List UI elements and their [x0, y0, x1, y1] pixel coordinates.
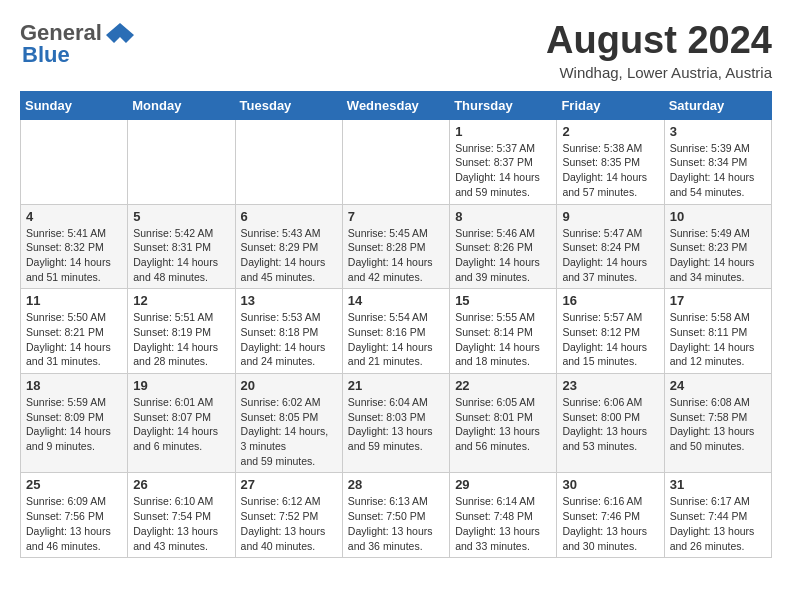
- cell-content: Sunrise: 6:01 AMSunset: 8:07 PMDaylight:…: [133, 395, 229, 454]
- calendar-week-row: 18Sunrise: 5:59 AMSunset: 8:09 PMDayligh…: [21, 374, 772, 473]
- calendar-week-row: 1Sunrise: 5:37 AMSunset: 8:37 PMDaylight…: [21, 119, 772, 204]
- cell-content: Sunrise: 6:02 AMSunset: 8:05 PMDaylight:…: [241, 395, 337, 468]
- day-number: 31: [670, 477, 766, 492]
- calendar-cell: 16Sunrise: 5:57 AMSunset: 8:12 PMDayligh…: [557, 289, 664, 374]
- calendar-cell: 8Sunrise: 5:46 AMSunset: 8:26 PMDaylight…: [450, 204, 557, 289]
- cell-content: Sunrise: 6:10 AMSunset: 7:54 PMDaylight:…: [133, 494, 229, 553]
- logo-blue-text: Blue: [22, 42, 70, 68]
- cell-content: Sunrise: 5:50 AMSunset: 8:21 PMDaylight:…: [26, 310, 122, 369]
- day-number: 28: [348, 477, 444, 492]
- cell-content: Sunrise: 5:57 AMSunset: 8:12 PMDaylight:…: [562, 310, 658, 369]
- calendar-cell: 19Sunrise: 6:01 AMSunset: 8:07 PMDayligh…: [128, 374, 235, 473]
- cell-content: Sunrise: 6:04 AMSunset: 8:03 PMDaylight:…: [348, 395, 444, 454]
- day-of-week-header: Monday: [128, 91, 235, 119]
- cell-content: Sunrise: 6:12 AMSunset: 7:52 PMDaylight:…: [241, 494, 337, 553]
- day-number: 9: [562, 209, 658, 224]
- calendar-cell: 25Sunrise: 6:09 AMSunset: 7:56 PMDayligh…: [21, 473, 128, 558]
- day-number: 6: [241, 209, 337, 224]
- calendar-cell: 10Sunrise: 5:49 AMSunset: 8:23 PMDayligh…: [664, 204, 771, 289]
- day-number: 24: [670, 378, 766, 393]
- day-number: 14: [348, 293, 444, 308]
- cell-content: Sunrise: 6:13 AMSunset: 7:50 PMDaylight:…: [348, 494, 444, 553]
- day-of-week-header: Friday: [557, 91, 664, 119]
- cell-content: Sunrise: 5:41 AMSunset: 8:32 PMDaylight:…: [26, 226, 122, 285]
- cell-content: Sunrise: 6:05 AMSunset: 8:01 PMDaylight:…: [455, 395, 551, 454]
- svg-marker-0: [106, 23, 134, 43]
- cell-content: Sunrise: 6:09 AMSunset: 7:56 PMDaylight:…: [26, 494, 122, 553]
- calendar-cell: 28Sunrise: 6:13 AMSunset: 7:50 PMDayligh…: [342, 473, 449, 558]
- day-number: 30: [562, 477, 658, 492]
- day-number: 26: [133, 477, 229, 492]
- cell-content: Sunrise: 5:49 AMSunset: 8:23 PMDaylight:…: [670, 226, 766, 285]
- day-number: 22: [455, 378, 551, 393]
- calendar-cell: 27Sunrise: 6:12 AMSunset: 7:52 PMDayligh…: [235, 473, 342, 558]
- cell-content: Sunrise: 5:45 AMSunset: 8:28 PMDaylight:…: [348, 226, 444, 285]
- calendar-cell: 11Sunrise: 5:50 AMSunset: 8:21 PMDayligh…: [21, 289, 128, 374]
- day-of-week-header: Thursday: [450, 91, 557, 119]
- calendar-cell: 21Sunrise: 6:04 AMSunset: 8:03 PMDayligh…: [342, 374, 449, 473]
- page-header: General Blue August 2024 Windhag, Lower …: [20, 20, 772, 81]
- calendar-cell: 3Sunrise: 5:39 AMSunset: 8:34 PMDaylight…: [664, 119, 771, 204]
- calendar-cell: 30Sunrise: 6:16 AMSunset: 7:46 PMDayligh…: [557, 473, 664, 558]
- cell-content: Sunrise: 6:16 AMSunset: 7:46 PMDaylight:…: [562, 494, 658, 553]
- day-number: 18: [26, 378, 122, 393]
- day-number: 12: [133, 293, 229, 308]
- cell-content: Sunrise: 5:58 AMSunset: 8:11 PMDaylight:…: [670, 310, 766, 369]
- day-number: 7: [348, 209, 444, 224]
- cell-content: Sunrise: 5:53 AMSunset: 8:18 PMDaylight:…: [241, 310, 337, 369]
- day-of-week-header: Wednesday: [342, 91, 449, 119]
- day-number: 16: [562, 293, 658, 308]
- title-section: August 2024 Windhag, Lower Austria, Aust…: [546, 20, 772, 81]
- calendar-cell: 12Sunrise: 5:51 AMSunset: 8:19 PMDayligh…: [128, 289, 235, 374]
- logo: General Blue: [20, 20, 134, 68]
- calendar-cell: 4Sunrise: 5:41 AMSunset: 8:32 PMDaylight…: [21, 204, 128, 289]
- day-number: 13: [241, 293, 337, 308]
- day-number: 3: [670, 124, 766, 139]
- day-number: 25: [26, 477, 122, 492]
- calendar-cell: 1Sunrise: 5:37 AMSunset: 8:37 PMDaylight…: [450, 119, 557, 204]
- calendar-cell: 6Sunrise: 5:43 AMSunset: 8:29 PMDaylight…: [235, 204, 342, 289]
- day-number: 23: [562, 378, 658, 393]
- calendar-cell: [235, 119, 342, 204]
- calendar-cell: 26Sunrise: 6:10 AMSunset: 7:54 PMDayligh…: [128, 473, 235, 558]
- day-of-week-header: Tuesday: [235, 91, 342, 119]
- calendar-week-row: 4Sunrise: 5:41 AMSunset: 8:32 PMDaylight…: [21, 204, 772, 289]
- month-year-title: August 2024: [546, 20, 772, 62]
- cell-content: Sunrise: 5:43 AMSunset: 8:29 PMDaylight:…: [241, 226, 337, 285]
- cell-content: Sunrise: 6:06 AMSunset: 8:00 PMDaylight:…: [562, 395, 658, 454]
- logo-icon: [106, 23, 134, 43]
- day-number: 19: [133, 378, 229, 393]
- day-number: 10: [670, 209, 766, 224]
- cell-content: Sunrise: 6:14 AMSunset: 7:48 PMDaylight:…: [455, 494, 551, 553]
- day-number: 5: [133, 209, 229, 224]
- calendar-header-row: SundayMondayTuesdayWednesdayThursdayFrid…: [21, 91, 772, 119]
- calendar-cell: 17Sunrise: 5:58 AMSunset: 8:11 PMDayligh…: [664, 289, 771, 374]
- calendar-cell: [21, 119, 128, 204]
- day-number: 20: [241, 378, 337, 393]
- calendar-cell: 9Sunrise: 5:47 AMSunset: 8:24 PMDaylight…: [557, 204, 664, 289]
- cell-content: Sunrise: 6:17 AMSunset: 7:44 PMDaylight:…: [670, 494, 766, 553]
- calendar-cell: 7Sunrise: 5:45 AMSunset: 8:28 PMDaylight…: [342, 204, 449, 289]
- calendar-week-row: 25Sunrise: 6:09 AMSunset: 7:56 PMDayligh…: [21, 473, 772, 558]
- day-number: 2: [562, 124, 658, 139]
- day-number: 21: [348, 378, 444, 393]
- calendar-cell: [342, 119, 449, 204]
- day-number: 11: [26, 293, 122, 308]
- calendar-cell: 20Sunrise: 6:02 AMSunset: 8:05 PMDayligh…: [235, 374, 342, 473]
- cell-content: Sunrise: 5:55 AMSunset: 8:14 PMDaylight:…: [455, 310, 551, 369]
- calendar-cell: 5Sunrise: 5:42 AMSunset: 8:31 PMDaylight…: [128, 204, 235, 289]
- calendar-week-row: 11Sunrise: 5:50 AMSunset: 8:21 PMDayligh…: [21, 289, 772, 374]
- day-of-week-header: Saturday: [664, 91, 771, 119]
- calendar-cell: 24Sunrise: 6:08 AMSunset: 7:58 PMDayligh…: [664, 374, 771, 473]
- calendar-cell: 14Sunrise: 5:54 AMSunset: 8:16 PMDayligh…: [342, 289, 449, 374]
- day-number: 17: [670, 293, 766, 308]
- calendar-table: SundayMondayTuesdayWednesdayThursdayFrid…: [20, 91, 772, 558]
- day-number: 4: [26, 209, 122, 224]
- cell-content: Sunrise: 5:47 AMSunset: 8:24 PMDaylight:…: [562, 226, 658, 285]
- cell-content: Sunrise: 5:51 AMSunset: 8:19 PMDaylight:…: [133, 310, 229, 369]
- cell-content: Sunrise: 5:39 AMSunset: 8:34 PMDaylight:…: [670, 141, 766, 200]
- cell-content: Sunrise: 5:38 AMSunset: 8:35 PMDaylight:…: [562, 141, 658, 200]
- calendar-cell: 15Sunrise: 5:55 AMSunset: 8:14 PMDayligh…: [450, 289, 557, 374]
- calendar-cell: [128, 119, 235, 204]
- cell-content: Sunrise: 5:59 AMSunset: 8:09 PMDaylight:…: [26, 395, 122, 454]
